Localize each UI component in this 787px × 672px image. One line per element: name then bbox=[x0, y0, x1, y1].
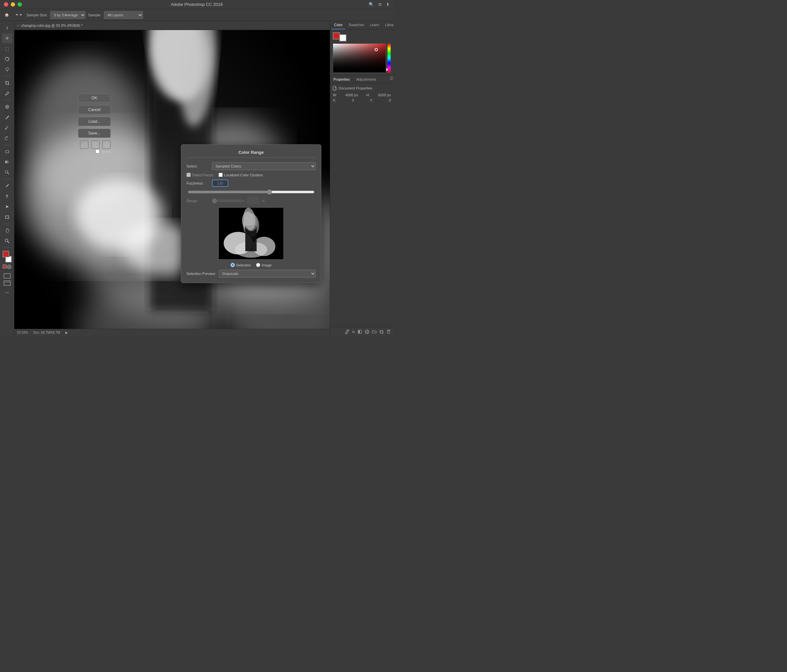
detect-faces-checkbox[interactable] bbox=[186, 173, 191, 177]
bg-color-box[interactable] bbox=[339, 34, 346, 41]
hue-bar[interactable] bbox=[387, 43, 391, 73]
arrange-windows-icon[interactable]: ⧉ bbox=[378, 2, 381, 7]
image-radio-label[interactable]: Image bbox=[256, 263, 272, 267]
eyedropper-mode-button[interactable]: ✒ ▾ bbox=[14, 12, 24, 18]
properties-panel: Properties Adjustments ☰ Document Proper… bbox=[330, 76, 394, 106]
tab-adjustments[interactable]: Adjustments bbox=[353, 76, 379, 83]
x-value: 0 bbox=[352, 98, 354, 102]
tab-close-btn[interactable]: × bbox=[17, 24, 19, 27]
svg-rect-15 bbox=[3, 265, 6, 268]
home-button[interactable]: 🏠 bbox=[3, 12, 11, 18]
detect-faces-label[interactable]: Detect Faces bbox=[186, 173, 213, 177]
foreground-color-swatch[interactable] bbox=[3, 251, 9, 257]
tab-color[interactable]: Color bbox=[332, 21, 345, 29]
props-content: Document Properties W: 4000 px H: 6000 p… bbox=[330, 83, 394, 106]
crop-tool[interactable] bbox=[2, 78, 13, 88]
fuzziness-row: Fuzziness: 130 bbox=[186, 180, 316, 187]
canvas-image-area[interactable]: Color Range Select: Sampled Colors bbox=[14, 30, 330, 329]
tool-separator-3 bbox=[3, 145, 11, 145]
close-button[interactable] bbox=[4, 2, 8, 6]
tab-libraries[interactable]: Libraries bbox=[382, 21, 394, 29]
fuzziness-slider[interactable] bbox=[188, 190, 314, 194]
healing-brush-tool[interactable] bbox=[2, 102, 13, 112]
select-row: Select: Sampled Colors bbox=[186, 162, 316, 170]
svg-rect-19 bbox=[4, 281, 11, 285]
more-tools-btn[interactable]: ••• bbox=[2, 288, 13, 298]
sample-size-select[interactable]: 3 by 3 Average bbox=[50, 11, 85, 19]
y-label: Y: bbox=[370, 98, 373, 102]
document-tab[interactable]: changing-color.jpg @ 33.3% (RGB/8) * bbox=[21, 24, 82, 27]
image-radio[interactable] bbox=[256, 263, 260, 267]
tool-separator bbox=[3, 76, 11, 76]
gradient-tool[interactable] bbox=[2, 157, 13, 167]
tab-learn[interactable]: Learn bbox=[367, 21, 382, 29]
duplicate-icon[interactable] bbox=[379, 329, 384, 334]
lasso-tool[interactable] bbox=[2, 54, 13, 64]
svg-rect-51 bbox=[333, 86, 336, 90]
rectangular-marquee-tool[interactable]: ⬚ bbox=[2, 44, 13, 54]
ellipsis-icon: ••• bbox=[5, 291, 9, 294]
preview-image bbox=[218, 207, 284, 259]
minimize-button[interactable] bbox=[11, 2, 15, 6]
eraser-tool[interactable] bbox=[2, 147, 13, 157]
localized-color-label[interactable]: Localized Color Clusters bbox=[218, 173, 263, 177]
quick-mask-buttons bbox=[2, 264, 13, 271]
status-bar: 33.33% Doc: 68.7M/68.7M ▶ bbox=[14, 329, 330, 336]
props-menu-icon[interactable]: ☰ bbox=[390, 76, 394, 83]
eyedropper-icon: ✒ bbox=[16, 13, 19, 17]
fg-bg-swatches bbox=[333, 32, 391, 41]
x-label: X: bbox=[333, 98, 336, 102]
selection-preview-label: Selection Preview: bbox=[186, 272, 216, 275]
rectangle-tool[interactable] bbox=[2, 212, 13, 222]
selection-preview-select[interactable]: Grayscale bbox=[219, 270, 316, 278]
share-icon[interactable]: ⬆ bbox=[386, 2, 390, 7]
type-tool[interactable]: T bbox=[2, 191, 13, 201]
adjustment-icon[interactable] bbox=[365, 329, 369, 334]
move-tool[interactable]: ✛ bbox=[2, 33, 13, 43]
height-value: 6000 px bbox=[378, 93, 391, 97]
clone-stamp-tool[interactable] bbox=[2, 123, 13, 133]
folder-icon[interactable] bbox=[372, 329, 376, 334]
mask-icon[interactable] bbox=[357, 329, 362, 334]
maximize-button[interactable] bbox=[17, 2, 22, 6]
link-icon[interactable] bbox=[345, 329, 349, 334]
pen-tool[interactable] bbox=[2, 181, 13, 191]
fg-color-box[interactable] bbox=[333, 32, 340, 40]
sample-size-label: Sample Size: bbox=[27, 13, 48, 17]
fuzziness-input[interactable]: 130 bbox=[212, 180, 228, 187]
search-icon[interactable]: 🔍 bbox=[369, 2, 374, 7]
selection-radio-label[interactable]: Selection bbox=[231, 263, 251, 267]
title-bar: Adobe Photoshop CC 2019 🔍 ⧉ ⬆ bbox=[0, 0, 394, 9]
svg-line-2 bbox=[5, 94, 6, 95]
tab-properties[interactable]: Properties bbox=[330, 76, 353, 83]
select-dropdown[interactable]: Sampled Colors bbox=[212, 162, 316, 170]
view-radio-group: Selection Image bbox=[186, 263, 316, 267]
arrow-icon[interactable]: ▶ bbox=[65, 331, 68, 334]
path-selection-tool[interactable] bbox=[2, 202, 13, 212]
doc-properties-label: Document Properties bbox=[339, 86, 372, 90]
localized-color-checkbox[interactable] bbox=[218, 173, 223, 177]
fx-icon[interactable]: fx bbox=[352, 330, 355, 334]
sample-select[interactable]: All Layers bbox=[104, 11, 143, 19]
color-range-dialog[interactable]: Color Range Select: Sampled Colors bbox=[181, 144, 321, 283]
main-layout: ⟪ ✛ ⬚ bbox=[0, 21, 394, 336]
width-label: W: bbox=[333, 93, 337, 97]
tab-swatches[interactable]: Swatches bbox=[346, 21, 367, 29]
history-brush-tool[interactable] bbox=[2, 133, 13, 143]
zoom-tool[interactable] bbox=[2, 236, 13, 246]
fuzziness-label: Fuzziness: bbox=[186, 181, 209, 185]
eyedropper-tool[interactable] bbox=[2, 89, 13, 98]
picker-area bbox=[333, 43, 391, 73]
delete-icon[interactable] bbox=[386, 329, 391, 334]
svg-rect-8 bbox=[5, 161, 9, 163]
quick-selection-tool[interactable] bbox=[2, 65, 13, 74]
gradient-picker-dot[interactable] bbox=[375, 48, 378, 51]
hand-tool[interactable] bbox=[2, 226, 13, 236]
brush-tool[interactable] bbox=[2, 112, 13, 122]
gradient-picker[interactable] bbox=[333, 43, 386, 73]
collapse-btn[interactable]: ⟪ bbox=[2, 23, 13, 33]
tool-separator-2 bbox=[3, 100, 11, 100]
selection-radio[interactable] bbox=[231, 263, 235, 267]
range-percent: % bbox=[262, 199, 265, 203]
dodge-tool[interactable] bbox=[2, 168, 13, 177]
